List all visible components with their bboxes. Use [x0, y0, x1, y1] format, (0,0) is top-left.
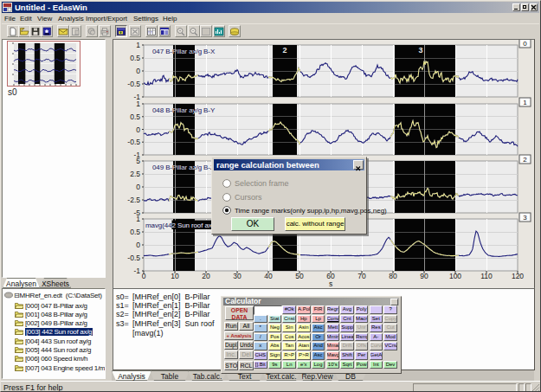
svg-text:0: 0 [523, 40, 527, 48]
svg-text:-0.5: -0.5 [127, 138, 140, 146]
svg-text:0: 0 [136, 183, 140, 191]
svg-text:-0.5: -0.5 [127, 254, 140, 262]
svg-text:1: 1 [523, 99, 527, 106]
svg-text:5: 5 [136, 157, 140, 165]
svg-text:3: 3 [523, 214, 527, 222]
svg-text:1: 1 [136, 41, 140, 49]
svg-text:-0.5: -0.5 [127, 80, 140, 88]
svg-text:0: 0 [136, 67, 140, 75]
svg-text:1: 1 [136, 215, 140, 223]
svg-text:2: 2 [282, 46, 287, 55]
svg-text:2.5: 2.5 [130, 170, 140, 178]
svg-text:1: 1 [136, 100, 140, 108]
svg-text:0: 0 [136, 241, 140, 249]
svg-text:0: 0 [136, 125, 140, 134]
svg-text:0.5: 0.5 [130, 228, 140, 236]
svg-text:-2.5: -2.5 [127, 196, 140, 204]
svg-text:s: s [329, 280, 332, 288]
svg-text:0.5: 0.5 [130, 112, 140, 121]
svg-text:-1: -1 [133, 267, 140, 275]
svg-text:0.5: 0.5 [130, 54, 140, 62]
svg-text:3: 3 [418, 46, 422, 55]
svg-text:2: 2 [523, 156, 527, 164]
